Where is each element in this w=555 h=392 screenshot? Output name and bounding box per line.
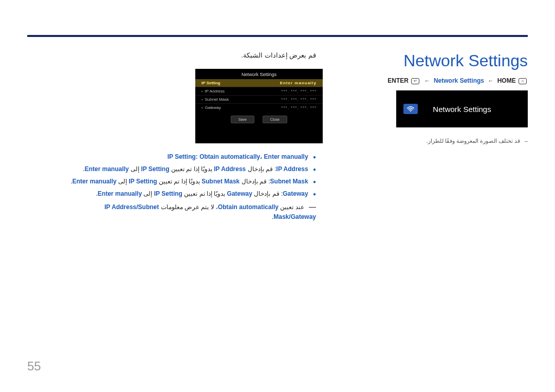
tile-label: Network Settings bbox=[433, 105, 491, 114]
page-number: 55 bbox=[27, 359, 41, 374]
osd-label: IP Setting bbox=[201, 81, 220, 85]
dash-icon: ― bbox=[309, 202, 316, 211]
osd-buttons: Save Close bbox=[195, 116, 323, 123]
arrow-icon: ← bbox=[424, 78, 430, 84]
osd-label: •Subnet Mask bbox=[201, 97, 229, 102]
note-dash: – bbox=[525, 138, 528, 144]
breadcrumb-home-label: HOME bbox=[497, 77, 516, 84]
save-button[interactable]: Save bbox=[231, 116, 254, 123]
network-tile-icon bbox=[403, 104, 418, 114]
osd-row-ip-address[interactable]: •IP Address ***. ***. ***. *** bbox=[195, 87, 323, 95]
intro-text: قم بعرض إعدادات الشبكة. bbox=[195, 51, 316, 59]
osd-row-gateway[interactable]: •Gateway ***. ***. ***. *** bbox=[195, 103, 323, 111]
network-settings-tile: Network Settings bbox=[396, 90, 528, 127]
description-list: ● IP Setting: Obtain automatically، Ente… bbox=[62, 152, 316, 225]
page-title: Network Settings bbox=[403, 51, 528, 70]
bullet-icon: ● bbox=[313, 166, 316, 172]
breadcrumb-enter-label: ENTER bbox=[387, 77, 409, 84]
list-item: ● IP Setting: Obtain automatically، Ente… bbox=[62, 152, 316, 161]
osd-row-subnet-mask[interactable]: •Subnet Mask ***. ***. ***. *** bbox=[195, 95, 323, 103]
osd-value: Enter manually bbox=[280, 81, 317, 85]
osd-value: ***. ***. ***. *** bbox=[281, 105, 317, 110]
top-rule bbox=[27, 35, 528, 37]
osd-panel: Network Settings IP Setting Enter manual… bbox=[195, 69, 323, 143]
svg-point-0 bbox=[410, 111, 411, 112]
osd-label: •IP Address bbox=[201, 89, 225, 94]
osd-row-ip-setting[interactable]: IP Setting Enter manually bbox=[195, 79, 323, 87]
note-text: قد تختلف الصورة المعروضة وفقًا للطراز. bbox=[426, 138, 520, 144]
osd-value: ***. ***. ***. *** bbox=[281, 89, 317, 94]
list-item: ● Subnet Mask: قم بإدخال Subnet Mask يدو… bbox=[62, 177, 316, 186]
model-note: – قد تختلف الصورة المعروضة وفقًا للطراز. bbox=[329, 138, 528, 144]
list-item: ― عند تعيين Obtain automatically، لا يتم… bbox=[62, 201, 316, 221]
breadcrumb-mid: Network Settings bbox=[434, 77, 484, 84]
osd-value: ***. ***. ***. *** bbox=[281, 97, 317, 102]
osd-title: Network Settings bbox=[195, 69, 323, 79]
bullet-icon: ● bbox=[313, 191, 316, 197]
enter-icon: ↵ bbox=[411, 78, 419, 84]
osd-label: •Gateway bbox=[201, 105, 221, 110]
list-item: ● IP Address: قم بإدخال IP Address يدويً… bbox=[62, 164, 316, 174]
close-button[interactable]: Close bbox=[263, 116, 287, 123]
bullet-icon: ● bbox=[313, 154, 316, 160]
list-item: ● Gateway: قم بإدخال Gateway يدويًا إذا … bbox=[62, 189, 316, 198]
breadcrumb: ENTER ↵ ← Network Settings ← HOME ⌂ bbox=[387, 77, 528, 84]
bullet-icon: ● bbox=[313, 179, 316, 184]
home-icon: ⌂ bbox=[519, 78, 527, 84]
arrow-icon: ← bbox=[488, 78, 493, 84]
